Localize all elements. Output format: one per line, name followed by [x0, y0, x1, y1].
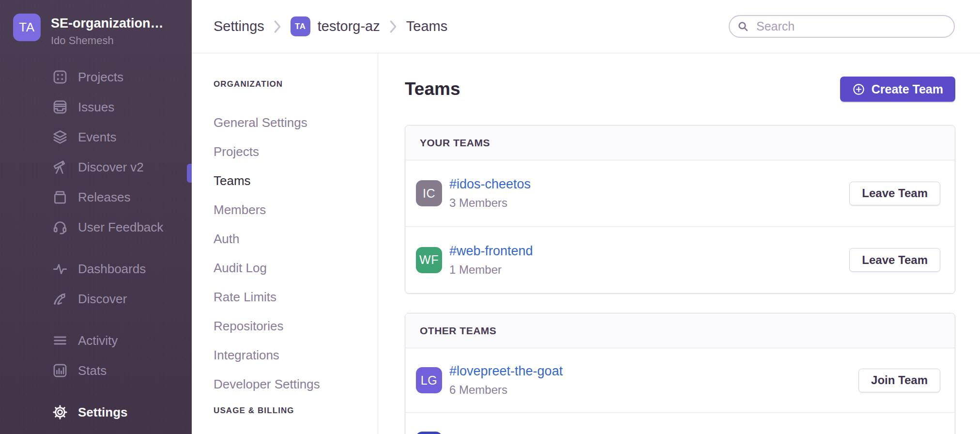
sidebar-item-stats[interactable]: Stats — [0, 356, 192, 386]
settings-nav-item-auth[interactable]: Auth — [214, 232, 378, 247]
team-row: WF #web-frontend 1 Member Leave Team — [405, 227, 955, 293]
other-teams-panel: OTHER TEAMS LG #lovepreet-the-goat 6 Mem… — [405, 313, 955, 434]
main-sidebar: TA SE-organization… Ido Shemesh Projects — [0, 0, 192, 434]
sidebar-item-settings[interactable]: Settings — [0, 397, 192, 427]
org-badge: TA — [291, 16, 310, 36]
sidebar-item-label: Issues — [78, 100, 114, 115]
search-icon — [737, 20, 749, 34]
team-info: #web-frontend 1 Member — [449, 244, 533, 277]
team-avatar — [416, 432, 442, 434]
settings-nav-item-members[interactable]: Members — [214, 202, 378, 217]
team-row: IC #idos-cheetos 3 Members Leave Team — [405, 160, 955, 227]
sidebar-item-discover-v2[interactable]: Discover v2 — [0, 152, 192, 182]
org-avatar: TA — [13, 14, 41, 41]
org-switcher[interactable]: TA SE-organization… Ido Shemesh — [0, 0, 192, 47]
projects-icon — [50, 69, 70, 85]
sidebar-item-label: Discover — [78, 292, 127, 307]
plus-circle-icon — [852, 83, 865, 96]
team-info: #lovepreet-the-goat 6 Members — [449, 364, 563, 397]
breadcrumb-org-link[interactable]: TA testorg-az — [291, 16, 380, 36]
settings-nav-item-general-settings[interactable]: General Settings — [214, 115, 378, 130]
settings-body: ORGANIZATION General Settings Projects T… — [192, 53, 980, 434]
sidebar-item-label: Activity — [78, 333, 118, 348]
team-member-count: 1 Member — [449, 263, 533, 277]
your-teams-panel: YOUR TEAMS IC #idos-cheetos 3 Members Le… — [405, 125, 955, 294]
settings-nav-item-teams[interactable]: Teams — [214, 173, 378, 188]
breadcrumb-settings-link[interactable]: Settings — [214, 18, 264, 34]
page-title: Teams — [405, 79, 460, 99]
pulse-icon — [50, 261, 70, 277]
sidebar-item-dashboards[interactable]: Dashboards — [0, 254, 192, 284]
create-team-label: Create Team — [872, 82, 943, 96]
bar-chart-icon — [50, 362, 70, 379]
settings-nav-section-organization: ORGANIZATION — [214, 79, 378, 89]
sidebar-item-label: Dashboards — [78, 262, 146, 277]
chevron-right-icon — [389, 20, 397, 33]
sidebar-item-activity[interactable]: Activity — [0, 326, 192, 356]
create-team-button[interactable]: Create Team — [840, 77, 955, 102]
settings-nav-item-integrations[interactable]: Integrations — [214, 348, 378, 363]
sidebar-item-label: Discover v2 — [78, 160, 144, 175]
team-row-partial — [405, 413, 955, 434]
sidebar-item-label: Releases — [78, 190, 130, 205]
team-member-count: 6 Members — [449, 383, 563, 397]
leave-team-button[interactable]: Leave Team — [849, 182, 940, 205]
sidebar-item-user-feedback[interactable]: User Feedback — [0, 212, 192, 242]
right-column: Settings TA testorg-az Teams — [192, 0, 980, 434]
team-link[interactable]: #idos-cheetos — [449, 177, 531, 192]
settings-nav-item-rate-limits[interactable]: Rate Limits — [214, 290, 378, 305]
team-row: LG #lovepreet-the-goat 6 Members Join Te… — [405, 348, 955, 413]
breadcrumb: Settings TA testorg-az Teams — [214, 16, 447, 36]
sidebar-item-label: Projects — [78, 70, 123, 85]
settings-nav-item-projects[interactable]: Projects — [214, 144, 378, 159]
sentry-settings-page: TA SE-organization… Ido Shemesh Projects — [0, 0, 980, 434]
sidebar-item-releases[interactable]: Releases — [0, 182, 192, 212]
teams-content: Teams Create Team YOUR TEAMS IC — [378, 53, 980, 434]
leave-team-button[interactable]: Leave Team — [849, 248, 940, 272]
sidebar-item-projects[interactable]: Projects — [0, 62, 192, 92]
activity-lines-icon — [50, 332, 70, 349]
sidebar-item-discover[interactable]: Discover — [0, 284, 192, 314]
settings-nav: ORGANIZATION General Settings Projects T… — [192, 53, 378, 434]
settings-nav-section-usage-billing: USAGE & BILLING — [214, 406, 378, 416]
team-member-count: 3 Members — [449, 196, 531, 210]
sidebar-item-label: Settings — [78, 405, 128, 420]
breadcrumb-current-page: Teams — [406, 18, 447, 34]
global-search — [729, 15, 955, 38]
settings-nav-item-repositories[interactable]: Repositories — [214, 319, 378, 334]
sidebar-item-issues[interactable]: Issues — [0, 92, 192, 122]
team-link[interactable]: #web-frontend — [449, 244, 533, 259]
sidebar-nav: Projects Issues — [0, 62, 192, 427]
headset-icon — [50, 219, 70, 235]
org-name: SE-organization… — [51, 16, 164, 31]
team-avatar: WF — [416, 247, 442, 273]
team-info: #idos-cheetos 3 Members — [449, 177, 531, 210]
telescope-icon — [50, 159, 70, 175]
sidebar-item-label: Events — [78, 130, 117, 145]
gear-icon — [50, 403, 70, 421]
org-meta: SE-organization… Ido Shemesh — [51, 14, 164, 47]
sidebar-item-label: User Feedback — [78, 220, 163, 235]
releases-icon — [50, 189, 70, 205]
search-input[interactable] — [729, 15, 955, 38]
settings-nav-item-developer-settings[interactable]: Developer Settings — [214, 377, 378, 392]
team-avatar: IC — [416, 180, 442, 206]
title-row: Teams Create Team — [405, 77, 955, 102]
issues-icon — [50, 99, 70, 115]
sidebar-item-events[interactable]: Events — [0, 122, 192, 152]
team-link[interactable]: #lovepreet-the-goat — [449, 364, 563, 379]
panel-header: OTHER TEAMS — [405, 313, 955, 348]
panel-header: YOUR TEAMS — [405, 125, 955, 160]
top-header: Settings TA testorg-az Teams — [192, 0, 980, 53]
sidebar-active-indicator — [187, 164, 192, 183]
settings-nav-item-audit-log[interactable]: Audit Log — [214, 261, 378, 276]
breadcrumb-org-label: testorg-az — [318, 18, 380, 34]
rocket-icon — [50, 291, 70, 307]
team-avatar: LG — [416, 367, 442, 393]
events-icon — [50, 129, 70, 145]
chevron-right-icon — [274, 20, 281, 33]
join-team-button[interactable]: Join Team — [858, 369, 940, 392]
sidebar-item-label: Stats — [78, 363, 107, 378]
user-name: Ido Shemesh — [51, 34, 164, 47]
